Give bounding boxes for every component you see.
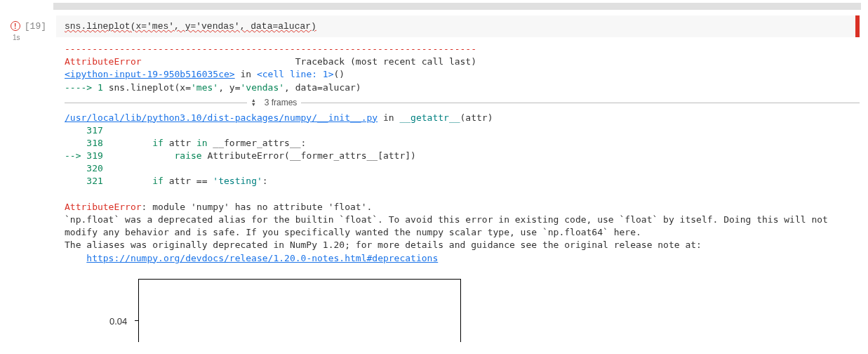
plot-frame [138, 279, 461, 342]
expand-frames-icon[interactable]: ▴▾ [251, 98, 256, 107]
numpy-file-link[interactable]: /usr/local/lib/python3.10/dist-packages/… [65, 112, 378, 123]
frames-count-label: 3 frames [265, 97, 298, 109]
final-error-msg: : module 'numpy' has no attribute 'float… [142, 202, 373, 212]
error-explain-1: `np.float` was a deprecated alias for th… [65, 214, 834, 237]
cell-body: sns.lineplot(x='mes', y='vendas', data=a… [53, 15, 868, 348]
traceback-header: Traceback (most recent call last) [295, 56, 476, 67]
error-class-name: AttributeError [65, 56, 142, 67]
error-status-icon[interactable] [11, 21, 20, 31]
cell-line-ref: <cell line: 1> [257, 69, 334, 79]
cell-gutter: [19] 1s [0, 15, 53, 348]
src-line-317: 317 [65, 125, 109, 136]
y-axis-tick-label: 0.04 [109, 315, 127, 328]
src-line-321: 321 [65, 176, 109, 186]
code-token: sns.lineplot [65, 21, 131, 32]
in-label-2: in [378, 112, 399, 123]
traceback-code-echo: sns.lineplot(x='mes', y='vendas', data=a… [109, 82, 361, 93]
cell-output: ----------------------------------------… [56, 37, 868, 348]
execution-count: [19] [25, 21, 46, 32]
traceback-separator: ----------------------------------------… [65, 44, 476, 54]
src-line-318: 318 [65, 138, 109, 148]
src-line-320: 320 [65, 163, 109, 173]
numpy-release-notes-link[interactable]: https://numpy.org/devdocs/release/1.20.0… [86, 253, 438, 263]
traceback-arrow: ----> 1 [65, 82, 109, 93]
code-args: (x='mes', y='vendas', data=alucar) [131, 21, 316, 32]
collapsed-cell-placeholder[interactable] [53, 3, 861, 10]
in-label: in [235, 69, 257, 79]
notebook-cell: [19] 1s sns.lineplot(x='mes', y='vendas'… [0, 15, 868, 348]
numpy-func-name: __getattr__ [399, 112, 460, 123]
error-explain-2: The aliases was originally deprecated in… [65, 240, 702, 250]
cell-line-suffix: () [334, 69, 345, 79]
numpy-func-arg: (attr) [460, 112, 493, 123]
frames-separator[interactable]: ▴▾ 3 frames [65, 97, 860, 109]
ipython-input-link[interactable]: <ipython-input-19-950b516035ce> [65, 69, 235, 79]
src-line-319: --> 319 [65, 150, 109, 161]
code-input[interactable]: sns.lineplot(x='mes', y='vendas', data=a… [56, 15, 860, 37]
plot-output: 0.04 [79, 279, 860, 342]
final-error-class: AttributeError [65, 202, 142, 212]
execution-time: 1s [13, 34, 20, 41]
